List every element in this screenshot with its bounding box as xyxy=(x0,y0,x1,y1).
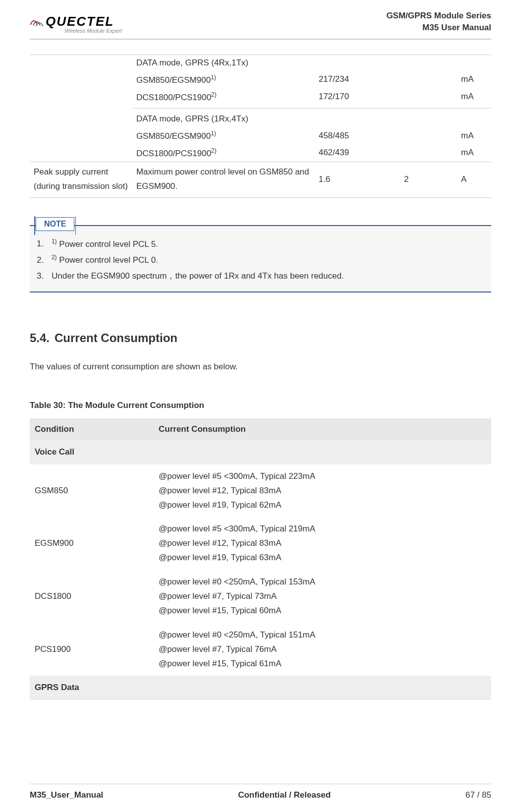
footer-mid: Confidential / Released xyxy=(238,790,331,800)
page-header: QUECTEL Wireless Module Expert GSM/GPRS … xyxy=(30,10,491,40)
group1-row1-unit: mA xyxy=(457,71,491,88)
curr-pcs1900: @power level #0 <250mA, Typical 151mA @p… xyxy=(154,623,491,676)
logo-subtext: Wireless Module Expert xyxy=(64,28,122,34)
curr-egsm900: @power level #5 <300mA, Typical 219mA @p… xyxy=(154,517,491,570)
peak-typ: 1.6 xyxy=(315,162,400,197)
group1-title: DATA mode, GPRS (4Rx,1Tx) xyxy=(132,55,315,71)
table-row: GSM850/EGSM9001) 458/485 mA xyxy=(30,127,491,144)
footer-left: M35_User_Manual xyxy=(30,790,103,800)
logo-wave-icon xyxy=(30,14,44,28)
peak-desc: Peak supply current (during transmission… xyxy=(30,162,132,197)
table-row: GSM850 @power level #5 <300mA, Typical 2… xyxy=(30,464,491,518)
curr-dcs1800: @power level #0 <250mA, Typical 153mA @p… xyxy=(154,570,491,623)
header-manual: M35 User Manual xyxy=(386,22,491,34)
group1-row2-label: DCS1800/PCS19002) xyxy=(132,88,315,106)
table30-caption: Table 30: The Module Current Consumption xyxy=(30,401,491,410)
group1-row1-label: GSM850/EGSM9001) xyxy=(132,71,315,88)
section-title: Current Consumption xyxy=(55,331,177,345)
gprs-data-row: GPRS Data xyxy=(30,676,491,700)
note-item-3: 3.Under the EGSM900 spectrum，the power o… xyxy=(37,268,484,284)
peak-cond: Maximum power control level on GSM850 an… xyxy=(132,162,315,197)
curr-gsm850: @power level #5 <300mA, Typical 223mA @p… xyxy=(154,464,491,518)
group1-row1-typ: 217/234 xyxy=(315,71,400,88)
group2-row2-typ: 462/439 xyxy=(315,144,400,162)
table-row: PCS1900 @power level #0 <250mA, Typical … xyxy=(30,623,491,676)
peak-max: 2 xyxy=(400,162,457,197)
note-item-1: 1.1) Power control level PCL 5. xyxy=(37,236,484,252)
table-row: DCS1800 @power level #0 <250mA, Typical … xyxy=(30,570,491,623)
table-row: DCS1800/PCS19002) 462/439 mA xyxy=(30,144,491,162)
header-condition: Condition xyxy=(30,418,154,440)
group2-row1-typ: 458/485 xyxy=(315,127,400,144)
logo-text: QUECTEL xyxy=(46,14,114,29)
table-row: GSM850/EGSM9001) 217/234 mA xyxy=(30,71,491,88)
peak-unit: A xyxy=(457,162,491,197)
section-body: The values of current consumption are sh… xyxy=(30,360,491,373)
section-number: 5.4. xyxy=(30,331,50,345)
group2-row1-unit: mA xyxy=(457,127,491,144)
page-footer: M35_User_Manual Confidential / Released … xyxy=(30,784,491,800)
cond-egsm900: EGSM900 xyxy=(30,517,154,570)
current-consumption-table: Condition Current Consumption Voice Call… xyxy=(30,418,491,700)
cond-pcs1900: PCS1900 xyxy=(30,623,154,676)
group1-row2-typ: 172/170 xyxy=(315,88,400,106)
header-current: Current Consumption xyxy=(154,418,491,440)
table-row: DATA mode, GPRS (4Rx,1Tx) xyxy=(30,55,491,71)
voice-call-row: Voice Call xyxy=(30,440,491,464)
logo-block: QUECTEL Wireless Module Expert xyxy=(30,14,122,34)
group2-row1-label: GSM850/EGSM9001) xyxy=(132,127,315,144)
footer-page-number: 67 / 85 xyxy=(465,790,491,800)
group2-title: DATA mode, GPRS (1Rx,4Tx) xyxy=(132,111,315,127)
table-row-peak: Peak supply current (during transmission… xyxy=(30,162,491,197)
group1-row2-unit: mA xyxy=(457,88,491,106)
header-right: GSM/GPRS Module Series M35 User Manual xyxy=(386,10,491,34)
section-heading: 5.4. Current Consumption xyxy=(30,331,491,345)
table-row: EGSM900 @power level #5 <300mA, Typical … xyxy=(30,517,491,570)
table-row: DATA mode, GPRS (1Rx,4Tx) xyxy=(30,111,491,127)
voice-call-label: Voice Call xyxy=(30,440,491,464)
cond-dcs1800: DCS1800 xyxy=(30,570,154,623)
power-mode-table: DATA mode, GPRS (4Rx,1Tx) GSM850/EGSM900… xyxy=(30,55,491,198)
logo-main: QUECTEL xyxy=(30,14,122,29)
note-item-2: 2.2) Power control level PCL 0. xyxy=(37,252,484,268)
cond-gsm850: GSM850 xyxy=(30,464,154,518)
note-label: NOTE xyxy=(36,217,74,231)
note-box: NOTE 1.1) Power control level PCL 5. 2.2… xyxy=(30,225,491,292)
gprs-data-label: GPRS Data xyxy=(30,676,491,700)
header-series: GSM/GPRS Module Series xyxy=(386,10,491,22)
table-header-row: Condition Current Consumption xyxy=(30,418,491,440)
group2-row2-label: DCS1800/PCS19002) xyxy=(132,144,315,162)
table-row: DCS1800/PCS19002) 172/170 mA xyxy=(30,88,491,106)
group2-row2-unit: mA xyxy=(457,144,491,162)
note-body: 1.1) Power control level PCL 5. 2.2) Pow… xyxy=(30,225,491,292)
